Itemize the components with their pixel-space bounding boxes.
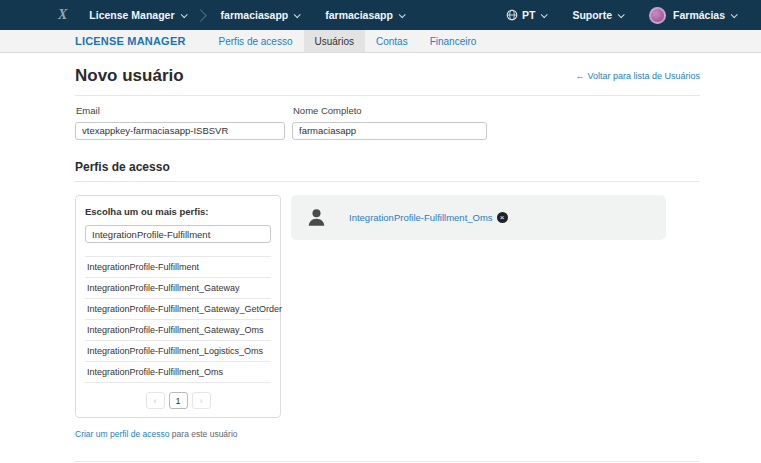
pagination-next-button[interactable]: › — [192, 392, 211, 409]
chevron-down-icon — [180, 11, 187, 18]
user-form: Email Nome Completo — [75, 103, 700, 140]
profile-option[interactable]: IntegrationProfile-Fulfillment_Gateway_G… — [85, 299, 271, 320]
subnav: LICENSE MANAGER Perfis de acesso Usuário… — [0, 30, 761, 53]
support-menu[interactable]: Suporte — [572, 9, 623, 21]
pagination: ‹ 1 › — [85, 392, 271, 409]
full-name-field[interactable] — [292, 122, 487, 140]
language-menu[interactable]: PT — [506, 9, 546, 21]
email-field[interactable] — [75, 122, 285, 140]
user-menu-label: Farmácias — [673, 9, 725, 21]
subnav-brand: LICENSE MANAGER — [75, 35, 186, 47]
create-profile-suffix: para este usuário — [172, 429, 238, 439]
email-label: Email — [76, 105, 285, 116]
store-menu-label: farmaciasapp — [325, 9, 393, 21]
language-label: PT — [522, 9, 535, 21]
tab-perfis-de-acesso[interactable]: Perfis de acesso — [208, 30, 304, 52]
profile-chooser-box: Escolha um ou mais perfis: IntegrationPr… — [75, 195, 281, 419]
email-group: Email — [75, 103, 285, 140]
globe-icon — [506, 9, 518, 21]
create-profile-link[interactable]: Criar um perfil de acesso — [75, 429, 169, 439]
chevron-down-icon — [731, 11, 738, 18]
tab-contas[interactable]: Contas — [365, 30, 419, 52]
remove-profile-icon[interactable]: × — [497, 212, 508, 223]
chevron-down-icon — [294, 11, 301, 18]
title-row: Novo usuário ←Voltar para lista de Usuár… — [75, 53, 700, 96]
main-content: Novo usuário ←Voltar para lista de Usuár… — [75, 53, 700, 463]
breadcrumb-separator-icon — [194, 9, 207, 22]
vtex-logo-icon: X — [58, 7, 67, 23]
profiles-section-title: Perfis de acesso — [75, 160, 700, 182]
profile-option[interactable]: IntegrationProfile-Fulfillment — [85, 257, 271, 278]
chooser-label: Escolha um ou mais perfis: — [85, 206, 271, 217]
topbar-right: PT Suporte Farmácias — [506, 7, 736, 24]
app-menu[interactable]: License Manager — [89, 9, 185, 21]
avatar — [649, 7, 666, 24]
full-name-label: Nome Completo — [293, 105, 487, 116]
chevron-down-icon — [618, 11, 625, 18]
tab-financeiro[interactable]: Financeiro — [419, 30, 488, 52]
account-menu[interactable]: farmaciasapp — [221, 9, 300, 21]
chevron-down-icon — [541, 11, 548, 18]
store-menu[interactable]: farmaciasapp — [325, 9, 404, 21]
user-menu[interactable]: Farmácias — [649, 7, 736, 24]
selected-profiles-panel: IntegrationProfile-Fulfillment_Oms × — [291, 195, 666, 240]
footer-divider — [75, 461, 700, 462]
pagination-current-page[interactable]: 1 — [169, 392, 188, 409]
license-manager-page: X License Manager farmaciasapp farmacias… — [0, 0, 761, 463]
tab-usuarios[interactable]: Usuários — [304, 30, 365, 52]
account-menu-label: farmaciasapp — [221, 9, 289, 21]
profile-option-list: IntegrationProfile-Fulfillment Integrati… — [85, 256, 271, 383]
user-icon — [306, 207, 327, 228]
profile-filter-input[interactable] — [85, 225, 271, 243]
back-to-users-link[interactable]: ←Voltar para lista de Usuários — [575, 71, 700, 81]
profile-option[interactable]: IntegrationProfile-Fulfillment_Oms — [85, 362, 271, 383]
topbar: X License Manager farmaciasapp farmacias… — [0, 0, 761, 30]
profile-option[interactable]: IntegrationProfile-Fulfillment_Gateway — [85, 278, 271, 299]
full-name-group: Nome Completo — [292, 103, 487, 140]
selected-profile-link[interactable]: IntegrationProfile-Fulfillment_Oms — [349, 212, 493, 223]
profile-option[interactable]: IntegrationProfile-Fulfillment_Gateway_O… — [85, 320, 271, 341]
back-arrow-icon: ← — [575, 71, 584, 81]
app-menu-label: License Manager — [89, 9, 174, 21]
pagination-prev-button[interactable]: ‹ — [146, 392, 165, 409]
chevron-down-icon — [399, 11, 406, 18]
back-link-label: Voltar para lista de Usuários — [587, 71, 700, 81]
support-label: Suporte — [572, 9, 612, 21]
create-profile-row: Criar um perfil de acesso para este usuá… — [75, 429, 700, 439]
profiles-row: Escolha um ou mais perfis: IntegrationPr… — [75, 195, 700, 419]
profile-option[interactable]: IntegrationProfile-Fulfillment_Logistics… — [85, 341, 271, 362]
